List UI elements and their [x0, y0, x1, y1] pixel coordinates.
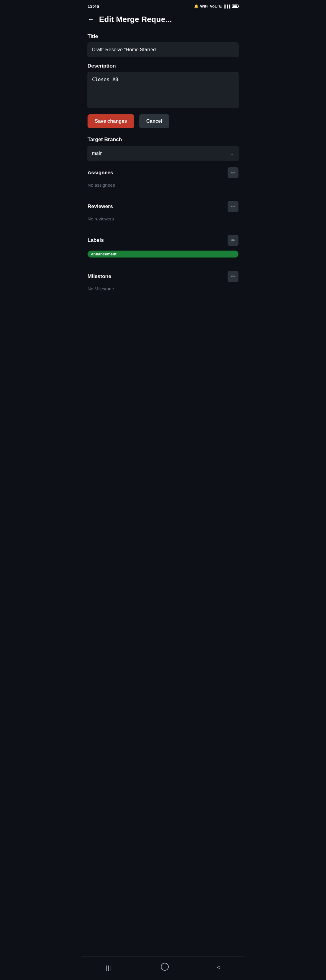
divider-3 [88, 266, 238, 266]
edit-reviewers-button[interactable]: ✏ [228, 201, 238, 212]
pencil-icon: ✏ [231, 170, 235, 175]
description-label: Description [88, 63, 238, 69]
cancel-button[interactable]: Cancel [139, 114, 169, 128]
edit-assignees-button[interactable]: ✏ [228, 167, 238, 178]
alarm-icon: 🔔 [194, 4, 199, 8]
title-label: Title [88, 33, 238, 40]
target-branch-select[interactable]: main ⌄ [88, 146, 238, 161]
milestone-label: Milestone [88, 274, 111, 280]
reviewers-value: No reviewers [88, 216, 238, 221]
milestone-header: Milestone ✏ [88, 271, 238, 282]
chevron-down-icon: ⌄ [229, 150, 234, 157]
milestone-value: No Milestone [88, 286, 238, 291]
milestone-section: Milestone ✏ No Milestone [88, 271, 238, 291]
labels-header: Labels ✏ [88, 235, 238, 246]
status-bar: 13:46 🔔 WiFi VoLTE ▐▐▐ [82, 0, 244, 11]
battery-icon [232, 5, 238, 8]
edit-milestone-button[interactable]: ✏ [228, 271, 238, 282]
labels-label: Labels [88, 237, 104, 243]
assignees-section: Assignees ✏ No assignees [88, 167, 238, 188]
header: ← Edit Merge Reque... [82, 11, 244, 30]
reviewers-label: Reviewers [88, 204, 113, 210]
assignees-value: No assignees [88, 183, 238, 188]
target-branch-label: Target Branch [88, 137, 238, 143]
network-bars-icon: ▐▐▐ [224, 5, 230, 8]
page-title: Edit Merge Reque... [99, 15, 240, 24]
back-button[interactable]: ← [86, 14, 95, 24]
labels-section: Labels ✏ enhancement [88, 235, 238, 258]
pencil-icon: ✏ [231, 238, 235, 243]
status-icons: 🔔 WiFi VoLTE ▐▐▐ [194, 4, 238, 8]
description-input[interactable]: Closes #8 [88, 72, 238, 108]
reviewers-header: Reviewers ✏ [88, 201, 238, 212]
save-changes-button[interactable]: Save changes [88, 114, 134, 128]
description-section: Description Closes #8 [88, 63, 238, 114]
target-branch-section: Target Branch main ⌄ [88, 137, 238, 161]
title-section: Title [88, 33, 238, 63]
bottom-spacer [88, 300, 238, 324]
wifi-icon: WiFi [200, 4, 208, 8]
divider-1 [88, 196, 238, 196]
edit-labels-button[interactable]: ✏ [228, 235, 238, 246]
pencil-icon: ✏ [231, 274, 235, 279]
content: Title Description Closes #8 Save changes… [82, 30, 244, 327]
assignees-label: Assignees [88, 170, 113, 176]
reviewers-section: Reviewers ✏ No reviewers [88, 201, 238, 221]
action-buttons: Save changes Cancel [88, 114, 238, 128]
divider-2 [88, 230, 238, 230]
target-branch-value: main [92, 151, 102, 156]
status-time: 13:46 [88, 4, 99, 9]
label-badge: enhancement [88, 251, 238, 258]
signal-icon: VoLTE [210, 4, 222, 8]
title-input[interactable] [88, 43, 238, 57]
assignees-header: Assignees ✏ [88, 167, 238, 178]
pencil-icon: ✏ [231, 204, 235, 209]
